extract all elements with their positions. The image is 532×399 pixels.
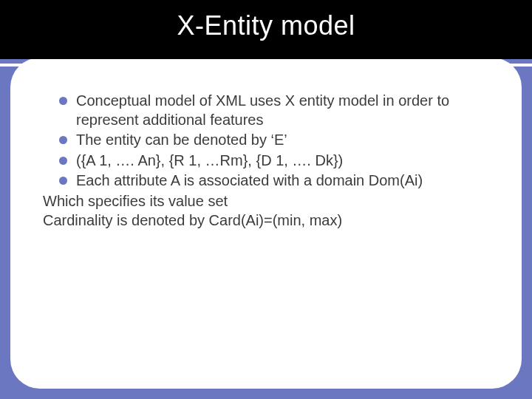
list-item: ({A 1, …. An}, {R 1, …Rm}, {D 1, …. Dk}) — [43, 151, 489, 171]
divider — [0, 64, 532, 66]
list-item: Each attribute A is associated with a do… — [43, 171, 489, 191]
list-item: Conceptual model of XML uses X entity mo… — [43, 92, 489, 129]
bullet-icon — [59, 97, 67, 105]
bullet-text: Each attribute A is associated with a do… — [76, 171, 489, 191]
bullet-text: The entity can be denoted by ‘E’ — [76, 131, 489, 150]
bullet-text: Conceptual model of XML uses X entity mo… — [76, 92, 489, 129]
body-text: Which specifies its value set — [43, 192, 489, 211]
content: Conceptual model of XML uses X entity mo… — [43, 92, 489, 230]
content-box: Conceptual model of XML uses X entity mo… — [10, 58, 522, 389]
bullet-icon — [59, 136, 67, 144]
bullet-text: ({A 1, …. An}, {R 1, …Rm}, {D 1, …. Dk}) — [76, 151, 489, 171]
slide: Conceptual model of XML uses X entity mo… — [0, 0, 532, 399]
list-item: The entity can be denoted by ‘E’ — [43, 131, 489, 150]
page-title: X-Entity model — [0, 10, 532, 41]
bullet-icon — [59, 157, 67, 165]
bullet-icon — [59, 177, 67, 185]
divider — [0, 58, 532, 59]
body-text: Cardinality is denoted by Card(Ai)=(min,… — [43, 211, 489, 231]
